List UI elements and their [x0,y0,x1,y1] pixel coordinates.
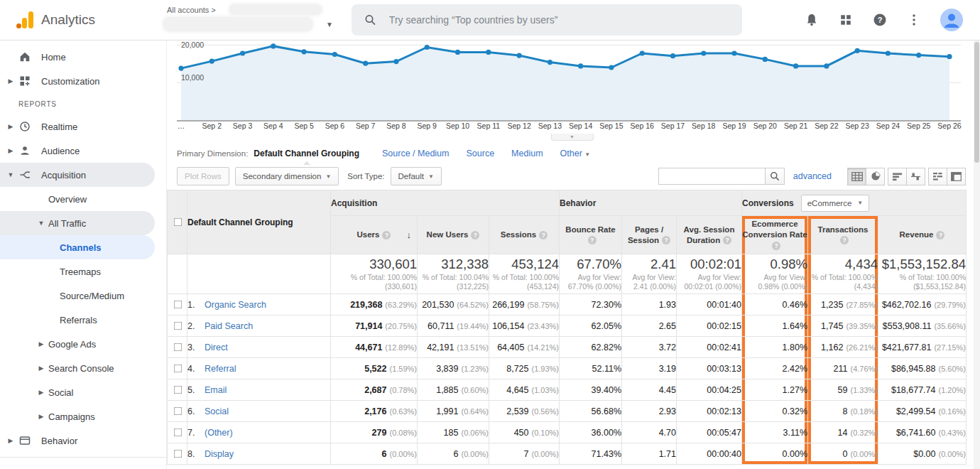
chevron-right-icon[interactable]: ▶ [37,365,45,372]
sort-descending-icon[interactable]: ↓ [407,230,412,240]
vertical-scrollbar[interactable] [974,41,980,469]
global-search[interactable] [352,4,742,36]
advanced-search-link[interactable]: advanced [793,171,832,181]
row-checkbox[interactable] [173,301,182,309]
sidebar-item-behavior[interactable]: ▶Behavior [0,428,155,453]
column-header-avg-session-duration[interactable]: Avg. Session Duration? [677,216,742,254]
sidebar-item-all-traffic[interactable]: ▼All Traffic [0,211,155,235]
performance-view-icon[interactable] [888,168,907,185]
pivot-view-icon[interactable] [947,168,966,185]
chart-collapse-handle[interactable]: ▼ [551,134,594,141]
sidebar-item-source-medium[interactable]: Source/Medium [0,284,155,308]
cell-transactions: 0(0.00%) [808,443,878,465]
cell-revenue: $86,945.88(5.60%) [878,358,967,379]
chevron-down-icon[interactable]: ▼ [37,220,45,227]
global-search-input[interactable] [388,14,729,26]
dimension-source[interactable]: Source [466,149,494,158]
sidebar-item-acquisition[interactable]: ▼Acquisition [0,163,155,187]
user-avatar[interactable] [940,9,963,31]
notifications-bell-icon[interactable] [804,12,820,28]
conversions-goal-selector[interactable]: eCommerce▼ [801,195,870,212]
channel-link[interactable]: Email [205,385,227,395]
account-selector[interactable]: All accounts > ▼ [167,4,330,36]
sidebar-item-social[interactable]: ▶Social [0,380,155,404]
help-icon[interactable]: ? [872,12,888,28]
cell-pages-session: 1.93 [622,294,677,316]
help-tooltip-icon[interactable]: ? [382,231,391,239]
sidebar-item-home[interactable]: Home [0,45,155,69]
chevron-right-icon[interactable]: ▶ [37,340,45,347]
channel-link[interactable]: Direct [205,343,228,352]
plot-rows-button[interactable]: Plot Rows [177,167,229,185]
table-search-input[interactable] [658,168,765,185]
help-tooltip-icon[interactable]: ? [471,231,479,239]
column-header-new-users[interactable]: New Users? [418,216,489,254]
column-header-users[interactable]: Users?↓ [331,216,418,254]
sidebar-item-treemaps[interactable]: Treemaps [0,259,155,284]
sidebar-item-campaigns[interactable]: ▶Campaigns [0,404,155,428]
table-view-icon[interactable] [847,168,866,185]
cell-bounce-rate: 71.43% [560,443,622,465]
sort-type-dropdown[interactable]: Default▼ [391,167,442,185]
sidebar-item-customization[interactable]: ▶Customization [0,69,155,93]
sidebar-item-search-console[interactable]: ▶Search Console [0,356,155,380]
chevron-right-icon[interactable]: ▶ [6,77,15,85]
help-tooltip-icon[interactable]: ? [662,236,670,244]
secondary-dimension-button[interactable]: Secondary dimension▼ [235,167,339,185]
sidebar-item-audience[interactable]: ▶Audience [0,139,155,163]
sidebar-item-overview[interactable]: Overview [0,187,155,211]
help-tooltip-icon[interactable]: ? [588,236,597,244]
column-header-transactions[interactable]: Transactions? [808,216,878,254]
dimension-medium[interactable]: Medium [511,149,543,158]
row-checkbox[interactable] [173,322,182,330]
sidebar-item-referrals[interactable]: Referrals [0,308,155,332]
sidebar-item-realtime[interactable]: ▶Realtime [0,114,155,139]
help-tooltip-icon[interactable]: ? [772,242,780,250]
column-header-revenue[interactable]: Revenue? [878,216,967,254]
chevron-right-icon[interactable]: ▶ [6,437,15,444]
chevron-down-icon[interactable]: ▼ [6,171,15,178]
chevron-right-icon[interactable]: ▶ [6,123,15,130]
comparison-view-icon[interactable] [906,168,925,185]
help-tooltip-icon[interactable]: ? [723,236,731,244]
help-tooltip-icon[interactable]: ? [840,236,849,244]
sidebar-item-discover[interactable]: Discover [0,462,155,469]
column-header-pages-session[interactable]: Pages / Session? [622,216,677,254]
scrollbar-thumb[interactable] [974,42,979,163]
row-checkbox[interactable] [173,428,182,437]
sidebar-item-channels[interactable]: Channels [0,235,155,259]
select-all-checkbox[interactable] [173,218,182,227]
google-analytics-logo-icon [16,11,34,29]
channel-link[interactable]: Organic Search [205,300,266,310]
percentage-view-icon[interactable] [866,168,885,185]
sidebar-item-label: Realtime [41,122,77,132]
table-search-button[interactable] [765,168,785,185]
term-cloud-view-icon[interactable] [928,168,947,185]
channel-link[interactable]: Referral [205,364,236,374]
row-checkbox[interactable] [173,407,182,416]
chevron-right-icon[interactable]: ▶ [6,147,15,154]
dimension-default-channel-grouping[interactable]: Default Channel Grouping [254,149,359,158]
column-header-sessions[interactable]: Sessions? [489,216,560,254]
more-vertical-icon[interactable] [906,12,922,28]
row-checkbox[interactable] [173,450,182,458]
sidebar-item-google-ads[interactable]: ▶Google Ads [0,332,155,356]
apps-grid-icon[interactable] [838,12,854,28]
column-header-ecommerce-conversion-rate[interactable]: Ecommerce Conversion Rate? [742,216,808,254]
account-dropdown-caret-icon[interactable]: ▼ [326,21,333,28]
chevron-right-icon[interactable]: ▶ [37,413,45,420]
row-checkbox[interactable] [173,343,182,352]
table-toolbar: Plot Rows Secondary dimension▼ Sort Type… [167,164,980,188]
help-tooltip-icon[interactable]: ? [936,231,944,239]
help-tooltip-icon[interactable]: ? [539,231,548,239]
column-header-bounce-rate[interactable]: Bounce Rate? [560,216,622,254]
channel-link[interactable]: (Other) [205,428,233,438]
channel-link[interactable]: Social [205,406,229,416]
channel-link[interactable]: Display [205,449,234,459]
dimension-other-dropdown[interactable]: Other ▼ [560,149,591,158]
channel-link[interactable]: Paid Search [205,321,253,331]
row-checkbox[interactable] [173,386,182,394]
row-checkbox[interactable] [173,365,182,373]
dimension-source-medium[interactable]: Source / Medium [382,149,449,158]
chevron-right-icon[interactable]: ▶ [37,389,45,396]
